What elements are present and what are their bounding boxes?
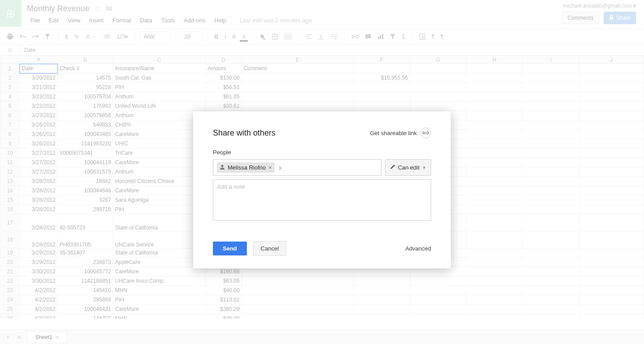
cell[interactable]: 4/2/2012 (20, 295, 58, 305)
menu-tools[interactable]: Tools (157, 16, 178, 25)
filter-icon[interactable] (388, 32, 398, 41)
cell[interactable]: Date (20, 64, 58, 73)
cell[interactable] (579, 286, 644, 295)
cell[interactable]: 549853 (58, 120, 113, 130)
cell[interactable]: 295716 (58, 205, 113, 214)
cell[interactable] (353, 314, 410, 319)
cell[interactable] (466, 167, 522, 177)
cell[interactable]: 3/29/2012 (20, 258, 58, 267)
cell[interactable] (579, 158, 644, 167)
cell[interactable] (579, 195, 644, 205)
row-number[interactable]: 23 (0, 286, 20, 295)
cell[interactable]: CareMore (113, 305, 206, 314)
cell[interactable] (466, 64, 522, 73)
cell[interactable]: Insurance/Name (113, 64, 206, 73)
user-email[interactable]: michael.ansaldo@gmail.com ▾ (563, 3, 636, 9)
cell[interactable] (353, 83, 410, 92)
print-icon[interactable] (4, 32, 16, 42)
cell[interactable]: Sara Aguiniga (113, 195, 206, 205)
cell[interactable]: 3/30/2012 (20, 276, 58, 286)
menu-add-ons[interactable]: Add-ons (180, 16, 209, 25)
cell[interactable] (579, 214, 644, 231)
cell[interactable] (523, 314, 579, 319)
cell[interactable] (523, 276, 579, 286)
cell[interactable]: 4/3/2012 (20, 314, 58, 319)
cell[interactable] (466, 83, 522, 92)
col-header-C[interactable]: C (113, 56, 206, 64)
cell[interactable]: $113.02 (205, 295, 242, 305)
star-icon[interactable]: ☆ (94, 4, 101, 13)
col-header-F[interactable]: F (353, 56, 410, 64)
cell[interactable] (242, 102, 353, 111)
cell[interactable] (410, 305, 466, 314)
cell[interactable] (579, 276, 644, 286)
cell[interactable] (466, 111, 522, 120)
cell[interactable]: $40.00 (205, 286, 242, 295)
row-number[interactable]: 18 (0, 231, 20, 248)
cell[interactable] (466, 149, 522, 158)
row-number[interactable]: 17 (0, 214, 20, 231)
cell[interactable] (579, 205, 644, 214)
row-number[interactable]: 5 (0, 102, 20, 111)
cell[interactable]: 3/23/2012 (20, 102, 58, 111)
col-header-B[interactable]: B (58, 56, 113, 64)
row-number[interactable]: 4 (0, 92, 20, 102)
cell[interactable] (579, 231, 644, 248)
cell[interactable] (523, 139, 579, 149)
cell[interactable] (410, 276, 466, 286)
cell[interactable]: Amount (205, 64, 242, 73)
cell[interactable] (466, 305, 522, 314)
ime-icon[interactable]: あ (417, 32, 428, 42)
cell[interactable] (579, 267, 644, 276)
cell[interactable] (523, 267, 579, 276)
cell[interactable]: 295869 (58, 295, 113, 305)
cell[interactable] (353, 295, 410, 305)
strikethrough-icon[interactable]: S (230, 32, 238, 42)
cell[interactable]: 4/2/2012 (20, 286, 58, 295)
row-number[interactable]: 16 (0, 205, 20, 214)
row-number[interactable]: 11 (0, 158, 20, 167)
cell[interactable]: CHIPA (113, 120, 206, 130)
cell[interactable]: 4/2/2012 (20, 305, 58, 314)
cell[interactable]: United World Life (113, 102, 206, 111)
cell[interactable] (466, 186, 522, 195)
cell[interactable]: 100575704 (58, 92, 113, 102)
cell[interactable] (579, 73, 644, 83)
row-number[interactable]: 13 (0, 177, 20, 186)
cell[interactable] (579, 149, 644, 158)
menu-insert[interactable]: Insert (85, 16, 107, 25)
cell[interactable] (242, 295, 353, 305)
font-size-select[interactable]: 10 (180, 31, 203, 42)
cell[interactable] (410, 92, 466, 102)
cell[interactable]: $56.51 (205, 83, 242, 92)
cell[interactable] (579, 314, 644, 319)
col-header-A[interactable]: A (20, 56, 58, 64)
cell[interactable] (466, 73, 522, 83)
text-wrap-icon[interactable] (328, 32, 340, 41)
cell[interactable] (523, 205, 579, 214)
cell[interactable] (466, 130, 522, 139)
cell[interactable] (523, 102, 579, 111)
cell[interactable] (523, 258, 579, 267)
cell[interactable]: MHN (113, 286, 206, 295)
cell[interactable] (523, 195, 579, 205)
cell[interactable] (579, 295, 644, 305)
people-input[interactable]: Melissa Riofrio × › (213, 159, 381, 176)
cell[interactable] (353, 305, 410, 314)
cell[interactable]: 95228 (58, 83, 113, 92)
cell[interactable] (579, 130, 644, 139)
row-number[interactable]: 14 (0, 186, 20, 195)
cell[interactable] (466, 258, 522, 267)
font-family-select[interactable]: Arial (140, 31, 171, 42)
functions-icon[interactable]: Σ (399, 32, 407, 42)
cell[interactable]: 238873 (58, 258, 113, 267)
cell[interactable] (579, 64, 644, 73)
cell[interactable]: 175992 (58, 102, 113, 111)
cell[interactable] (523, 231, 579, 248)
cell[interactable] (410, 102, 466, 111)
cell[interactable] (523, 305, 579, 314)
cell[interactable]: $380.29 (205, 305, 242, 314)
cell[interactable] (523, 64, 579, 73)
sheet-tab-dropdown-icon[interactable]: ▾ (56, 334, 59, 340)
row-number[interactable]: 26 (0, 314, 20, 319)
